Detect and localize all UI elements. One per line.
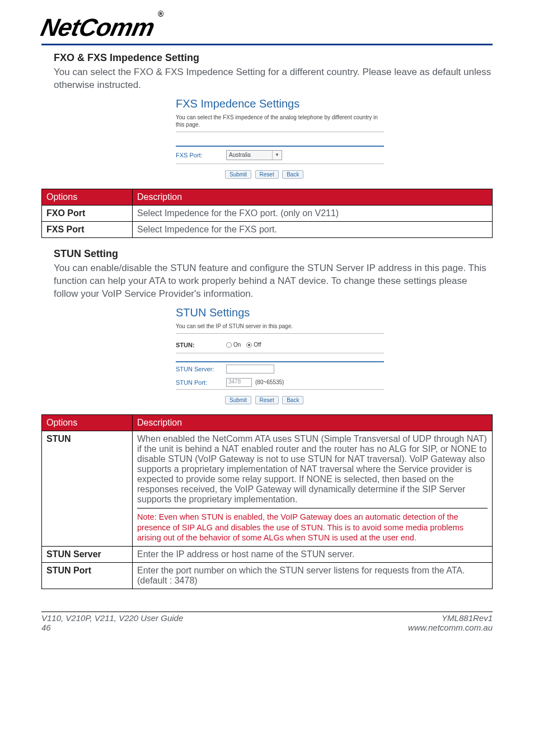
reset-button[interactable]: Reset xyxy=(255,396,279,404)
footer-guide: V110, V210P, V211, V220 User Guide xyxy=(41,613,183,623)
col-options: Options xyxy=(42,189,133,205)
footer-docid: YML881Rev1 xyxy=(408,613,493,623)
footer-url: www.netcomm.com.au xyxy=(408,623,493,632)
back-button[interactable]: Back xyxy=(282,396,303,404)
stun-shot-desc: You can set the IP of STUN server in thi… xyxy=(176,323,384,330)
col-options: Options xyxy=(42,414,133,431)
submit-button[interactable]: Submit xyxy=(225,170,251,179)
fxs-port-label: FXS Port: xyxy=(176,152,226,158)
stun-options-table: Options Description STUN When enabled th… xyxy=(41,414,493,590)
fxs-port-value: Australia xyxy=(229,152,251,158)
fxs-port-select[interactable]: Australia ▼ xyxy=(226,150,282,160)
stun-enable-label: STUN: xyxy=(176,342,226,348)
stun-desc: When enabled the NetComm ATA uses STUN (… xyxy=(137,434,488,505)
footer-page: 46 xyxy=(41,623,183,632)
stun-server-label: STUN Server: xyxy=(176,366,226,372)
col-description: Description xyxy=(133,414,493,431)
stun-port-label: STUN Port: xyxy=(176,379,226,386)
table-row: STUN Server Enter the IP address or host… xyxy=(42,547,493,563)
submit-button[interactable]: Submit xyxy=(225,396,251,404)
stun-port-range: (80~65535) xyxy=(255,379,284,385)
stun-off-label: Off xyxy=(254,342,261,348)
fxs-impedence-screenshot: FXS Impedence Settings You can select th… xyxy=(176,97,384,179)
table-row: STUN Port Enter the port number on which… xyxy=(42,563,493,589)
table-row: STUN When enabled the NetComm ATA uses S… xyxy=(42,431,493,547)
stun-settings-screenshot: STUN Settings You can set the IP of STUN… xyxy=(176,306,384,404)
stun-note: Note: Even when STUN is enabled, the VoI… xyxy=(137,508,488,544)
fxs-shot-desc: You can select the FXS impedence of the … xyxy=(176,114,384,128)
header-rule xyxy=(41,44,493,45)
page-footer: V110, V210P, V211, V220 User Guide 46 YM… xyxy=(41,613,493,632)
stun-shot-title: STUN Settings xyxy=(176,306,384,319)
fxo-fxs-options-table: Options Description FXO Port Select Impe… xyxy=(41,189,493,238)
fxs-shot-title: FXS Impedence Settings xyxy=(176,97,384,110)
back-button[interactable]: Back xyxy=(282,170,303,179)
fxo-fxs-body: You can select the FXO & FXS Impedence S… xyxy=(54,66,493,92)
table-row: FXO Port Select Impedence for the FXO po… xyxy=(42,205,493,221)
stun-server-input[interactable] xyxy=(226,365,274,374)
divider xyxy=(176,132,384,132)
table-row: FXS Port Select Impedence for the FXS po… xyxy=(42,221,493,237)
stun-port-input[interactable]: 3478 xyxy=(226,378,252,387)
stun-body: You can enable/disable the STUN feature … xyxy=(54,262,493,301)
brand-logo: NetComm® xyxy=(41,13,493,41)
divider xyxy=(176,333,384,334)
stun-off-radio[interactable] xyxy=(246,342,252,348)
stun-on-label: On xyxy=(233,342,241,348)
stun-on-radio[interactable] xyxy=(226,342,232,348)
fxo-fxs-heading: FXO & FXS Impedence Setting xyxy=(54,52,493,64)
reset-button[interactable]: Reset xyxy=(255,170,279,179)
footer-rule xyxy=(41,612,493,612)
fxs-port-row: FXS Port: Australia ▼ xyxy=(176,146,384,164)
col-description: Description xyxy=(133,189,493,205)
stun-heading: STUN Setting xyxy=(54,248,493,260)
chevron-down-icon: ▼ xyxy=(272,151,279,160)
